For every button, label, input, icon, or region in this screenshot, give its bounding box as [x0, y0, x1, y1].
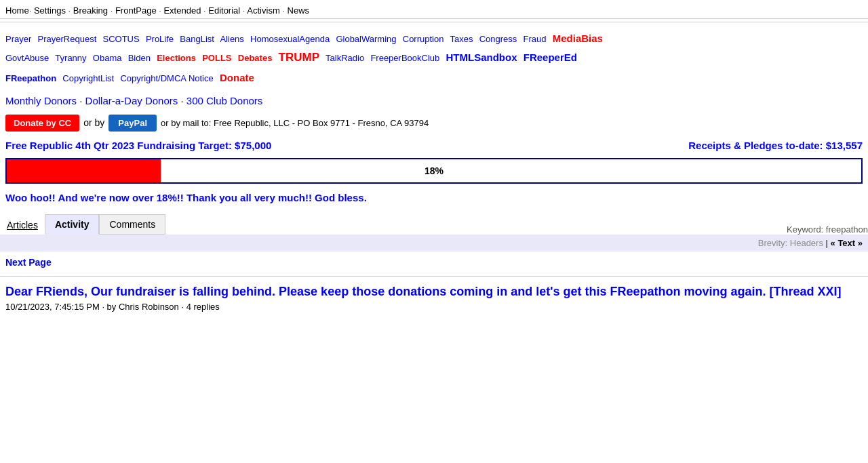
next-page-link[interactable]: Next Page: [5, 257, 52, 268]
link-globalwarming[interactable]: GlobalWarming: [336, 34, 396, 44]
fundraiser-header: Free Republic 4th Qtr 2023 Fundraising T…: [0, 136, 868, 155]
or-by-text: or by: [83, 117, 104, 128]
article-meta: 10/21/2023, 7:45:15 PM · by Chris Robins…: [0, 300, 868, 313]
nav-editorial[interactable]: Editorial: [208, 5, 240, 16]
link-banglist[interactable]: BangList: [180, 34, 214, 44]
link-prayerrequest[interactable]: PrayerRequest: [38, 34, 97, 44]
progress-bar: [7, 159, 161, 182]
link-donate[interactable]: Donate: [220, 72, 254, 83]
receipts-text: Receipts & Pledges to-date: $13,557: [688, 140, 863, 151]
link-mediabias[interactable]: MediaBias: [553, 33, 603, 44]
club300-donors-link[interactable]: 300 Club Donors: [186, 95, 263, 106]
link-elections[interactable]: Elections: [157, 53, 196, 63]
nav-breaking[interactable]: Breaking: [73, 5, 108, 16]
link-congress[interactable]: Congress: [479, 34, 517, 44]
link-govtabuse[interactable]: GovtAbuse: [5, 53, 49, 63]
link-freeperbookclub[interactable]: FreeperBookClub: [370, 53, 439, 63]
link-debates[interactable]: Debates: [238, 53, 273, 63]
article-title-row: Dear FRiends, Our fundraiser is falling …: [0, 279, 868, 300]
link-trump[interactable]: TRUMP: [279, 51, 319, 64]
link-htmlsandbox[interactable]: HTMLSandbox: [446, 52, 517, 63]
progress-container: 18%: [5, 158, 863, 184]
woo-text: Woo hoo!! And we're now over 18%!! Thank…: [0, 186, 868, 209]
link-prolife[interactable]: ProLife: [146, 34, 174, 44]
link-polls[interactable]: POLLS: [202, 53, 231, 63]
nav-home[interactable]: Home: [5, 5, 29, 16]
dollaraday-donors-link[interactable]: Dollar-a-Day Donors: [85, 95, 178, 106]
keyword-text: Keyword: freepathon: [787, 224, 868, 235]
link-aliens[interactable]: Aliens: [220, 34, 243, 44]
link-tyranny[interactable]: Tyranny: [55, 53, 86, 63]
tab-activity[interactable]: Activity: [45, 214, 100, 235]
donate-cc-button[interactable]: Donate by CC: [5, 115, 79, 132]
progress-label: 18%: [425, 165, 443, 176]
nav-activism[interactable]: Activism: [247, 5, 279, 16]
nav-news[interactable]: News: [288, 5, 310, 16]
nav-settings[interactable]: Settings: [34, 5, 66, 16]
link-taxes[interactable]: Taxes: [450, 34, 473, 44]
tab-articles[interactable]: Articles: [0, 216, 45, 235]
mail-text: or by mail to: Free Republic, LLC - PO B…: [161, 118, 429, 128]
brevity-label: Brevity:: [758, 238, 787, 248]
donate-row: Donate by CC or by PayPal or by mail to:…: [0, 110, 868, 136]
fundraiser-title: Free Republic 4th Qtr 2023 Fundraising T…: [5, 140, 271, 151]
link-corruption[interactable]: Corruption: [403, 34, 444, 44]
tabs-left: Articles Activity Comments: [0, 214, 165, 235]
monthly-donors-link[interactable]: Monthly Donors: [5, 95, 77, 106]
brevity-headers-link[interactable]: Headers: [790, 238, 823, 248]
link-scotus[interactable]: SCOTUS: [102, 34, 139, 44]
nav-extended[interactable]: Extended: [163, 5, 201, 16]
tab-comments[interactable]: Comments: [99, 214, 165, 235]
article-title-link[interactable]: Dear FRiends, Our fundraiser is falling …: [5, 285, 841, 298]
link-copyrightnote[interactable]: Copyright/DMCA Notice: [120, 73, 213, 83]
link-homosexualagenda[interactable]: HomosexualAgenda: [250, 34, 330, 44]
nav-frontpage[interactable]: FrontPage: [115, 5, 157, 16]
links-section: Prayer PrayerRequest SCOTUS ProLife Bang…: [0, 25, 868, 91]
tabs-section: Articles Activity Comments Keyword: free…: [0, 209, 868, 235]
next-page-row: Next Page: [0, 251, 868, 273]
link-talkradio[interactable]: TalkRadio: [326, 53, 364, 63]
paypal-button[interactable]: PayPal: [108, 115, 157, 132]
link-fraud[interactable]: Fraud: [524, 34, 547, 44]
link-prayer[interactable]: Prayer: [5, 34, 31, 44]
link-freepathon[interactable]: FReepathon: [5, 73, 56, 83]
link-freepered[interactable]: FReeperEd: [524, 52, 577, 63]
brevity-text-link[interactable]: « Text »: [831, 238, 863, 248]
link-copyrightlist[interactable]: CopyrightList: [62, 73, 114, 83]
brevity-row: Brevity: Headers | « Text »: [0, 235, 868, 251]
donors-row: Monthly Donors · Dollar-a-Day Donors · 3…: [0, 91, 868, 110]
link-biden[interactable]: Biden: [128, 53, 151, 63]
link-obama[interactable]: Obama: [93, 53, 122, 63]
top-nav: Home· Settings · Breaking · FrontPage · …: [0, 0, 868, 19]
